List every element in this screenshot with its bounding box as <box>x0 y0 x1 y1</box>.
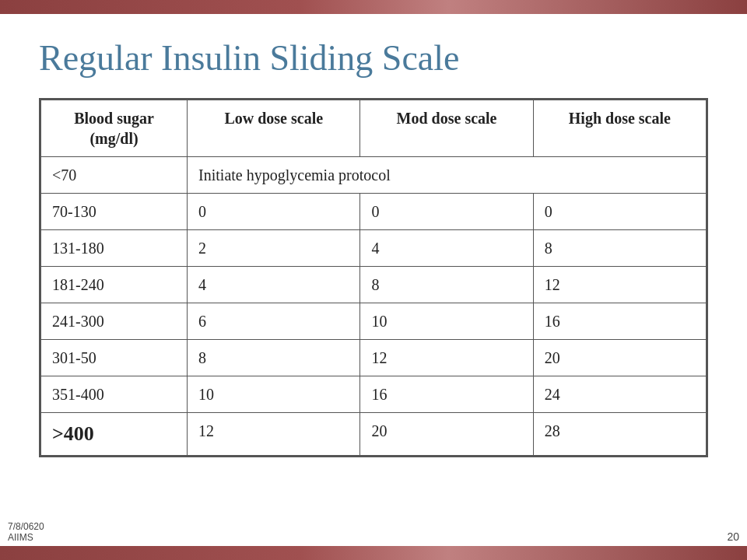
footer-left: 7/8/0620 AIIMS <box>8 521 44 543</box>
cell-high-dose: 12 <box>533 267 706 303</box>
cell-mod-dose: 4 <box>360 230 533 267</box>
bottom-decorative-bar <box>0 546 747 560</box>
cell-blood-sugar: <70 <box>41 157 188 194</box>
cell-blood-sugar: 70-130 <box>41 194 188 230</box>
cell-blood-sugar: 181-240 <box>41 267 188 303</box>
cell-mod-dose: 8 <box>360 267 533 303</box>
insulin-sliding-scale-table: Blood sugar (mg/dl) Low dose scale Mod d… <box>40 100 707 456</box>
cell-high-dose: 0 <box>533 194 706 230</box>
cell-low-dose: 6 <box>188 303 360 340</box>
footer-org: AIIMS <box>8 532 33 543</box>
cell-mod-dose: 12 <box>360 340 533 376</box>
cell-low-dose: 10 <box>188 376 360 413</box>
cell-low-dose: 0 <box>188 194 360 230</box>
cell-blood-sugar: >400 <box>41 413 188 456</box>
table-row: 131-180 2 4 8 <box>41 230 707 267</box>
table-row: 181-240 4 8 12 <box>41 267 707 303</box>
footer-date: 7/8/0620 <box>8 521 44 532</box>
cell-mod-dose: 16 <box>360 376 533 413</box>
col-header-mod-dose: Mod dose scale <box>360 100 533 157</box>
table-row: >400 12 20 28 <box>41 413 707 456</box>
cell-high-dose: 8 <box>533 230 706 267</box>
insulin-table-container: Blood sugar (mg/dl) Low dose scale Mod d… <box>39 98 708 457</box>
table-row: 351-400 10 16 24 <box>41 376 707 413</box>
cell-low-dose: 4 <box>188 267 360 303</box>
col-header-high-dose: High dose scale <box>533 100 706 157</box>
cell-blood-sugar: 241-300 <box>41 303 188 340</box>
col-header-blood-sugar: Blood sugar (mg/dl) <box>41 100 188 157</box>
cell-low-dose: 2 <box>188 230 360 267</box>
cell-high-dose: 16 <box>533 303 706 340</box>
cell-high-dose: 20 <box>533 340 706 376</box>
table-row: 241-300 6 10 16 <box>41 303 707 340</box>
footer-page-number: 20 <box>727 530 739 543</box>
cell-hypoglycemia: Initiate hypoglycemia protocol <box>188 157 707 194</box>
cell-mod-dose: 10 <box>360 303 533 340</box>
cell-mod-dose: 0 <box>360 194 533 230</box>
top-decorative-bar <box>0 0 747 14</box>
cell-high-dose: 28 <box>533 413 706 456</box>
cell-low-dose: 12 <box>188 413 360 456</box>
cell-mod-dose: 20 <box>360 413 533 456</box>
cell-low-dose: 8 <box>188 340 360 376</box>
main-content: Regular Insulin Sliding Scale Blood suga… <box>0 14 747 546</box>
table-row: 70-130 0 0 0 <box>41 194 707 230</box>
cell-high-dose: 24 <box>533 376 706 413</box>
table-header-row: Blood sugar (mg/dl) Low dose scale Mod d… <box>41 100 707 157</box>
cell-blood-sugar: 131-180 <box>41 230 188 267</box>
table-row: <70 Initiate hypoglycemia protocol <box>41 157 707 194</box>
cell-blood-sugar: 351-400 <box>41 376 188 413</box>
page-title: Regular Insulin Sliding Scale <box>39 37 708 79</box>
col-header-low-dose: Low dose scale <box>188 100 360 157</box>
cell-blood-sugar: 301-50 <box>41 340 188 376</box>
table-row: 301-50 8 12 20 <box>41 340 707 376</box>
